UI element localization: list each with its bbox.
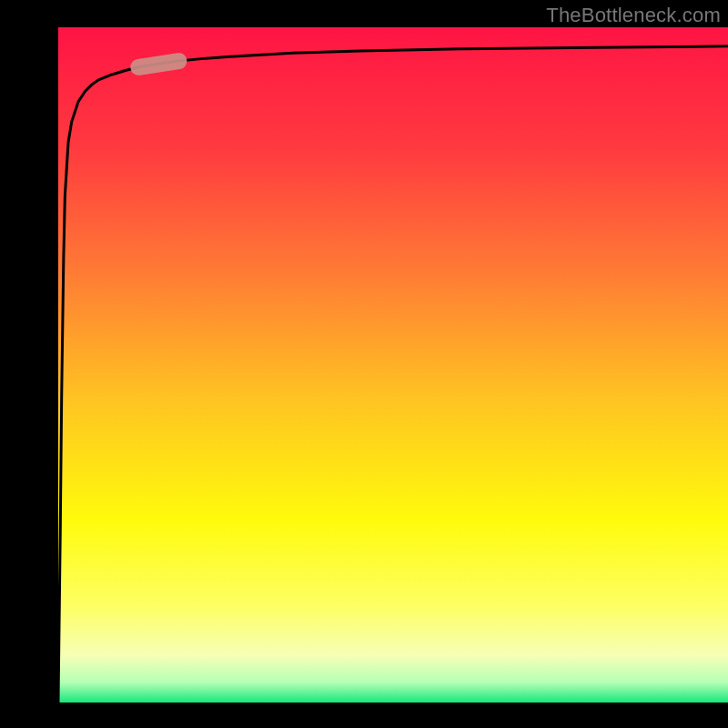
chart-stage: TheBottleneck.com <box>0 0 728 728</box>
plot-area <box>58 27 728 703</box>
watermark-text: TheBottleneck.com <box>546 4 721 27</box>
svg-rect-0 <box>58 27 728 703</box>
gradient-background <box>58 27 728 703</box>
